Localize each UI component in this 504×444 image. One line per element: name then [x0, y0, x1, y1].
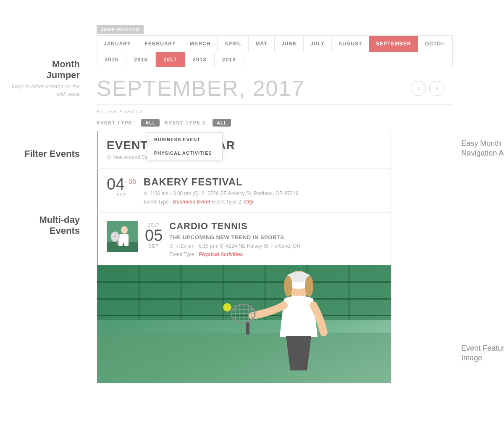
event-bakery-date-sup: - 06: [124, 178, 136, 185]
featured-image-annotation: Event Featured Image: [461, 344, 504, 363]
event-cardio-date-num: 05: [145, 227, 163, 243]
month-tab-july[interactable]: JULY: [304, 36, 332, 52]
featured-image-svg: [97, 265, 391, 383]
cardio-tennis-thumb-svg: [107, 221, 138, 252]
event-type-label-cardio: Event Type :: [169, 251, 199, 257]
year-tab-2018[interactable]: 2018: [185, 52, 215, 67]
event-type-label-bakery: Event Type :: [144, 199, 173, 205]
event-featured-image: [97, 265, 391, 383]
event-bakery-date: 04- 06 SEP: [107, 176, 136, 197]
year-tab-2016[interactable]: 2016: [126, 52, 156, 67]
svg-rect-4: [118, 238, 123, 246]
clock-icon: ⊙: [107, 154, 111, 160]
month-tab-april[interactable]: APRIL: [218, 36, 249, 52]
year-tab-2015[interactable]: 2015: [97, 52, 126, 67]
filter-row: EVENT TYPE : ALL EVENT TYPE 2: ALL BUSIN…: [97, 119, 453, 131]
svg-point-2: [121, 226, 128, 234]
event-type2-label: EVENT TYPE 2:: [165, 120, 207, 126]
month-tab-june[interactable]: JUNE: [275, 36, 304, 52]
right-annotations: Easy Month Navigation Arrows Event Featu…: [453, 0, 504, 444]
month-jumper-title: Month Jumper: [0, 59, 80, 81]
event-year-around[interactable]: EVENT OF THE YEAR ⊙ Year Around Event (2…: [97, 131, 390, 168]
event-bakery-details: BAKERY FESTIVAL ⊙ 1:00 am - 3:30 pm (6) …: [144, 176, 382, 205]
dropdown-item-business[interactable]: BUSINESS EVENT: [147, 133, 222, 146]
featured-image-annotation-text: Event Featured Image: [461, 344, 504, 363]
event-type2-label-bakery: Event Type 2:: [212, 199, 244, 205]
month-tabs: JANUARY FEBRUARY MARCH APRIL MAY JUNE JU…: [97, 35, 453, 52]
svg-point-39: [223, 303, 231, 312]
calendar-title: SEPTEMBER, 2017: [97, 76, 411, 101]
event-bakery-title: BAKERY FESTIVAL: [144, 176, 382, 188]
event-type-label: EVENT TYPE :: [97, 120, 136, 126]
main-content: JUMP MONTHS JANUARY FEBRUARY MARCH APRIL…: [88, 0, 453, 444]
month-tab-march[interactable]: MARCH: [183, 36, 218, 52]
month-jumper-subtitle: Jump to other months on the with ease: [0, 83, 80, 98]
svg-point-25: [284, 276, 292, 297]
svg-rect-5: [124, 238, 129, 246]
multiday-events-label: Multi-day Events: [0, 214, 88, 237]
calendar-header: SEPTEMBER, 2017 ‹ ›: [97, 76, 453, 101]
svg-rect-9: [116, 241, 118, 245]
filter-events-header: FILTER EVENTS: [97, 104, 453, 114]
event-cardio-types: Event Type : Physical Activities: [169, 251, 382, 257]
svg-rect-28: [303, 296, 306, 306]
multiday-events-title: Multi-day Events: [0, 214, 80, 237]
event-bakery-time-location: ⊙ 1:00 am - 3:30 pm (6) ⚲ 2728 SE Ankeny…: [144, 190, 382, 196]
event-bakery-time: 1:00 am - 3:30 pm (6): [150, 190, 199, 196]
event-bakery-types: Event Type : Business Event Event Type 2…: [144, 199, 382, 205]
event-cardio-type: Physical Activities: [199, 251, 243, 257]
year-tab-2017[interactable]: 2017: [156, 52, 185, 67]
event-cardio-location: 4224 NE Halsey St, Portland, OR: [226, 243, 300, 249]
pin-icon-cardio: ⚲: [220, 243, 223, 249]
clock-icon-cardio: ⊙: [169, 243, 173, 249]
month-tab-january[interactable]: JANUARY: [97, 36, 138, 52]
event-cardio-title: CARDIO TENNIS: [169, 221, 382, 232]
event-bakery-location: 2728 SE Ankeny St, Portland, OR 97216: [207, 190, 298, 196]
event-bakery-type: Business Event: [173, 199, 210, 205]
year-tabs: 2015 2016 2017 2018 2019: [97, 52, 453, 67]
pin-icon-bakery: ⚲: [201, 190, 205, 196]
filter-events-title: Filter Events: [0, 148, 80, 159]
month-tab-august[interactable]: AUGUST: [332, 36, 370, 52]
prev-month-button[interactable]: ‹: [411, 81, 426, 96]
month-tab-february[interactable]: FEBRUARY: [138, 36, 183, 52]
event-cardio-date-block: 2017 05 SEP: [145, 221, 163, 248]
svg-rect-21: [97, 333, 391, 383]
sidebar-labels: Month Jumper Jump to other months on the…: [0, 0, 88, 444]
event-cardio[interactable]: 2017 05 SEP CARDIO TENNIS THE UPCOMING N…: [97, 213, 390, 265]
event-bakery[interactable]: 04- 06 SEP BAKERY FESTIVAL ⊙ 1:00 am - 3…: [97, 169, 390, 213]
events-container: EVENT OF THE YEAR ⊙ Year Around Event (2…: [97, 131, 391, 383]
svg-point-26: [305, 276, 313, 297]
month-jumper-label: Month Jumper Jump to other months on the…: [0, 59, 88, 98]
event-cardio-time-location: ⊙ 7:15 pm - 8:15 pm ⚲ 4224 NE Halsey St,…: [169, 243, 382, 249]
event-bakery-type2: City: [244, 199, 254, 205]
month-tab-october[interactable]: OCTOB: [418, 36, 452, 52]
chevron-right-icon: ›: [436, 85, 438, 92]
month-tab-may[interactable]: MAY: [249, 36, 275, 52]
nav-arrows: ‹ ›: [411, 81, 444, 96]
event-cardio-subtitle: THE UPCOMING NEW TREND IN SPORTS: [169, 234, 382, 240]
svg-rect-27: [291, 296, 294, 306]
event-type-dropdown: BUSINESS EVENT PHYSICAL ACTIVITIES: [147, 132, 223, 160]
year-tab-2019[interactable]: 2019: [215, 52, 244, 67]
event-type-badge[interactable]: ALL: [141, 119, 160, 127]
svg-rect-38: [246, 322, 249, 335]
event-cardio-thumbnail: [107, 221, 138, 252]
next-month-button[interactable]: ›: [429, 81, 444, 96]
dropdown-item-physical[interactable]: PHYSICAL ACTIVITIES: [147, 146, 222, 160]
nav-arrows-annotation-text: Easy Month Navigation Arrows: [461, 139, 504, 159]
nav-arrows-annotation: Easy Month Navigation Arrows: [461, 139, 504, 159]
event-type2-badge[interactable]: ALL: [213, 119, 231, 127]
chevron-left-icon: ‹: [417, 85, 420, 92]
event-bakery-date-num: 04- 06: [107, 176, 136, 192]
month-tab-september[interactable]: SEPTEMBER: [369, 36, 418, 52]
filter-events-label: Filter Events: [0, 148, 88, 159]
event-cardio-time: 7:15 pm - 8:15 pm: [176, 243, 217, 249]
clock-icon-bakery: ⊙: [144, 190, 148, 196]
event-cardio-details: CARDIO TENNIS THE UPCOMING NEW TREND IN …: [169, 221, 382, 257]
jump-months-label: JUMP MONTHS: [97, 25, 144, 34]
